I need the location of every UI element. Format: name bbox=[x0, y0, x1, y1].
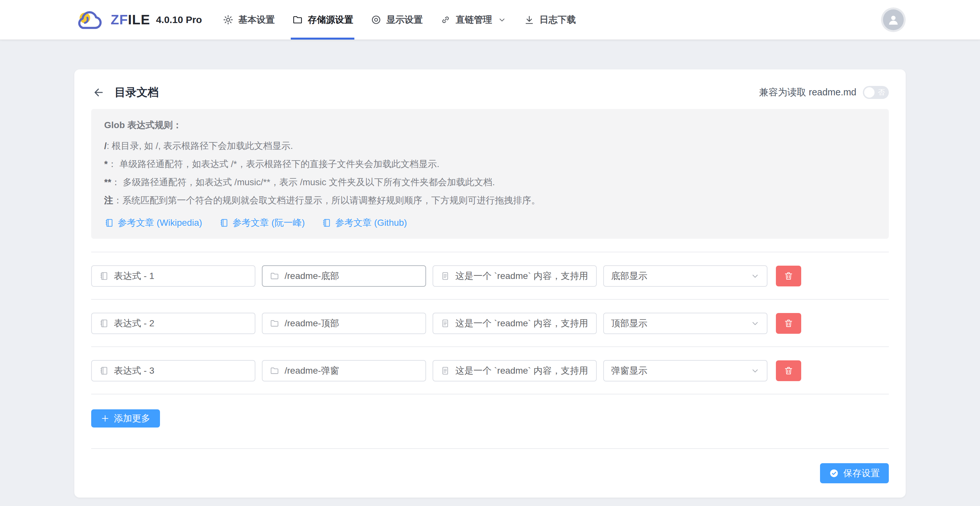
rule-line: **： 多级路径通配符，如表达式 /music/**，表示 /music 文件夹… bbox=[104, 173, 876, 191]
expression-name-field[interactable] bbox=[91, 312, 255, 334]
display-mode-select[interactable]: 弹窗显示 bbox=[603, 360, 767, 381]
readme-content-input[interactable] bbox=[455, 366, 589, 376]
nav-label: 显示设置 bbox=[386, 14, 423, 26]
ref-link-label: 参考文章 (阮一峰) bbox=[233, 217, 305, 229]
divider bbox=[91, 346, 889, 347]
expression-path-field[interactable] bbox=[262, 265, 426, 287]
rule-line: *： 单级路径通配符，如表达式 /*，表示根路径下的直接子文件夹会加载此文档显示… bbox=[104, 155, 876, 173]
document-icon bbox=[440, 366, 450, 376]
nav-item-display-settings[interactable]: 显示设置 bbox=[369, 0, 424, 40]
divider bbox=[91, 394, 889, 394]
nav-item-basic-settings[interactable]: 基本设置 bbox=[221, 0, 276, 40]
nav-label: 存储源设置 bbox=[308, 14, 353, 26]
chevron-down-icon bbox=[751, 271, 760, 281]
expression-name-input[interactable] bbox=[114, 318, 248, 328]
glob-rules-panel: Glob 表达式规则： /: 根目录, 如 /, 表示根路径下会加载此文档显示.… bbox=[91, 109, 889, 239]
display-mode-value: 顶部显示 bbox=[611, 317, 648, 330]
back-button[interactable] bbox=[91, 85, 106, 100]
notebook-icon bbox=[219, 218, 229, 228]
notebook-icon bbox=[99, 271, 109, 281]
zfile-cloud-icon bbox=[74, 7, 104, 33]
arrow-left-icon bbox=[92, 86, 105, 98]
expression-name-input[interactable] bbox=[114, 366, 248, 376]
ref-link-wikipedia[interactable]: 参考文章 (Wikipedia) bbox=[104, 217, 202, 229]
toggle-state-text: 否 bbox=[878, 89, 885, 96]
folder-icon bbox=[270, 319, 279, 328]
brand-name: ZFILE bbox=[111, 12, 150, 28]
notebook-icon bbox=[99, 366, 109, 376]
link-icon bbox=[440, 14, 451, 25]
gear-icon bbox=[223, 14, 234, 25]
page-title: 目录文档 bbox=[115, 85, 159, 100]
rules-title: Glob 表达式规则： bbox=[104, 118, 876, 132]
brand-logo[interactable]: ZFILE 4.0.10 Pro bbox=[74, 0, 202, 40]
nav-label: 直链管理 bbox=[456, 14, 492, 26]
save-settings-label: 保存设置 bbox=[843, 467, 880, 479]
nav-label: 基本设置 bbox=[238, 14, 275, 26]
notebook-icon bbox=[321, 218, 331, 228]
divider bbox=[91, 299, 889, 300]
expression-path-input[interactable] bbox=[285, 271, 418, 281]
person-icon bbox=[887, 13, 900, 26]
check-circle-icon bbox=[829, 468, 839, 478]
trash-icon bbox=[783, 318, 794, 328]
ref-link-label: 参考文章 (Github) bbox=[335, 217, 407, 229]
top-navbar: ZFILE 4.0.10 Pro 基本设置 存储源设置 bbox=[0, 0, 980, 40]
user-avatar[interactable] bbox=[881, 8, 906, 32]
rule-line: 注：系统匹配到第一个符合的规则就会取文档进行显示，所以请调整好规则顺序，下方规则… bbox=[104, 191, 876, 209]
ref-link-label: 参考文章 (Wikipedia) bbox=[118, 217, 202, 229]
readme-content-field[interactable] bbox=[433, 265, 597, 287]
expression-name-field[interactable] bbox=[91, 265, 255, 287]
nav-item-direct-link[interactable]: 直链管理 bbox=[439, 0, 508, 40]
nav-item-storage-settings[interactable]: 存储源设置 bbox=[291, 0, 354, 40]
readme-content-field[interactable] bbox=[433, 312, 597, 334]
display-mode-value: 底部显示 bbox=[611, 270, 648, 282]
expression-path-field[interactable] bbox=[262, 312, 426, 334]
display-mode-value: 弹窗显示 bbox=[611, 365, 648, 377]
readme-compat-label: 兼容为读取 readme.md bbox=[759, 86, 856, 99]
toggle-knob bbox=[864, 87, 875, 98]
notebook-icon bbox=[99, 319, 109, 328]
add-more-label: 添加更多 bbox=[114, 412, 150, 425]
nav-label: 日志下载 bbox=[539, 14, 576, 26]
ref-link-ruanyifeng[interactable]: 参考文章 (阮一峰) bbox=[219, 217, 305, 229]
trash-icon bbox=[783, 271, 794, 281]
delete-row-button[interactable] bbox=[776, 313, 801, 334]
document-icon bbox=[440, 319, 450, 328]
trash-icon bbox=[783, 366, 794, 376]
readme-content-field[interactable] bbox=[433, 360, 597, 381]
display-mode-select[interactable]: 底部显示 bbox=[603, 265, 767, 287]
readme-content-input[interactable] bbox=[455, 271, 589, 281]
readme-content-input[interactable] bbox=[455, 318, 589, 328]
expression-name-input[interactable] bbox=[114, 271, 248, 281]
ref-link-github[interactable]: 参考文章 (Github) bbox=[321, 217, 407, 229]
rule-row-3: 弹窗显示 bbox=[91, 360, 889, 381]
reference-links: 参考文章 (Wikipedia) 参考文章 (阮一峰) 参考文章 (Github… bbox=[104, 217, 876, 229]
rule-row-2: 顶部显示 bbox=[91, 312, 889, 334]
folder-icon bbox=[292, 14, 303, 25]
document-icon bbox=[440, 271, 450, 281]
expression-name-field[interactable] bbox=[91, 360, 255, 381]
directory-document-card: 目录文档 兼容为读取 readme.md 否 Glob 表达式规则： /: 根目… bbox=[74, 70, 906, 498]
add-more-button[interactable]: 添加更多 bbox=[91, 409, 160, 428]
readme-compat-toggle[interactable]: 否 bbox=[863, 86, 889, 99]
rule-row-1: 底部显示 bbox=[91, 265, 889, 287]
avatar-disc bbox=[883, 10, 904, 30]
chevron-down-icon bbox=[498, 16, 506, 24]
eye-icon bbox=[371, 14, 382, 25]
delete-row-button[interactable] bbox=[776, 360, 801, 381]
download-icon bbox=[524, 14, 535, 25]
chevron-down-icon bbox=[751, 319, 760, 328]
display-mode-select[interactable]: 顶部显示 bbox=[603, 312, 767, 334]
expression-path-field[interactable] bbox=[262, 360, 426, 381]
expression-path-input[interactable] bbox=[285, 318, 418, 328]
folder-icon bbox=[270, 366, 279, 376]
brand-version: 4.0.10 Pro bbox=[156, 14, 202, 25]
save-settings-button[interactable]: 保存设置 bbox=[820, 463, 889, 483]
main-nav: 基本设置 存储源设置 显示设置 bbox=[221, 0, 592, 40]
nav-item-log-download[interactable]: 日志下载 bbox=[522, 0, 577, 40]
divider bbox=[91, 252, 889, 252]
expression-path-input[interactable] bbox=[285, 366, 418, 376]
delete-row-button[interactable] bbox=[776, 266, 801, 286]
folder-icon bbox=[270, 271, 279, 281]
